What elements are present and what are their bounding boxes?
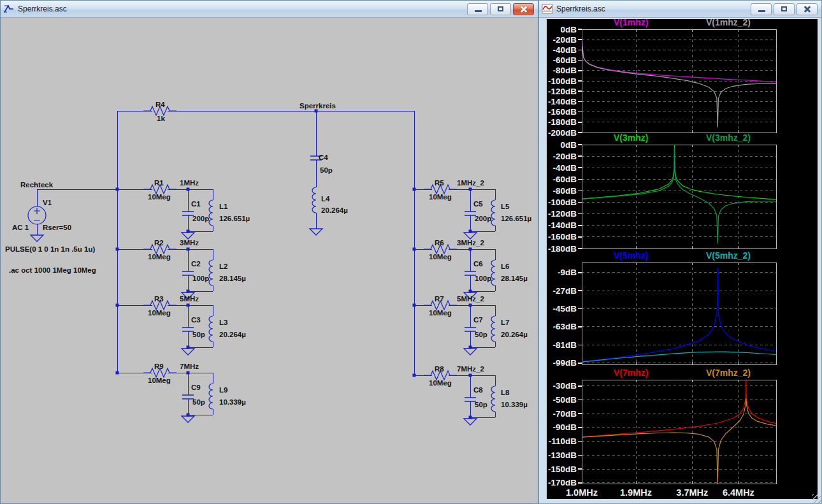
sch-text-200p[interactable]: 200p [192, 215, 209, 222]
ytick-label[interactable]: -50dB [552, 395, 577, 405]
sch-text-126.651_[interactable]: 126.651µ [219, 215, 250, 222]
sch-text-C2[interactable]: C2 [191, 260, 201, 268]
inductor-L3[interactable] [209, 316, 213, 342]
waveform-titlebar[interactable]: Sperrkreis.asc [539, 1, 821, 18]
ytick-label[interactable]: 0dB [560, 140, 577, 150]
sch-text-1MHz[interactable]: 1MHz [180, 179, 199, 187]
ground-symbol[interactable] [182, 233, 194, 239]
trace-V_5mhz_2_[interactable] [582, 352, 776, 362]
plot-pane-2[interactable]: 0dB-20dB-40dB-60dB-80dB-100dB-120dB-140d… [548, 133, 776, 254]
trace-V_1mhz_2_[interactable] [582, 29, 776, 127]
inductor-L6[interactable] [491, 260, 495, 285]
sch-text-50p[interactable]: 50p [192, 398, 205, 406]
sch-text-R3[interactable]: R3 [154, 295, 164, 303]
legend-V_3mhz_[interactable]: V(3mhz) [614, 133, 648, 143]
sch-text-C8[interactable]: C8 [473, 386, 483, 394]
sch-text-L1[interactable]: L1 [219, 203, 228, 210]
ground-symbol[interactable] [464, 419, 477, 425]
minimize-button[interactable] [467, 3, 488, 15]
sch-text-1k[interactable]: 1k [157, 115, 165, 122]
legend-V_3mhz_2_[interactable]: V(3mhz_2) [706, 133, 751, 143]
sch-text-.ac_oct_1000_1Meg_10Meg[interactable]: .ac oct 1000 1Meg 10Meg [9, 266, 96, 274]
plot-pane-4[interactable]: -30dB-50dB-70dB-90dB-110dB-130dB-150dB-1… [548, 368, 776, 487]
close-button[interactable] [797, 3, 818, 15]
sch-text-C3[interactable]: C3 [191, 316, 201, 324]
voltage-source-V1[interactable] [28, 206, 46, 224]
sch-text-10Meg[interactable]: 10Meg [148, 193, 171, 201]
sch-text-R9[interactable]: R9 [154, 363, 164, 370]
sch-text-5MHz[interactable]: 5MHz [180, 295, 199, 303]
inductor-L9[interactable] [209, 384, 213, 409]
ytick-label[interactable]: -100dB [548, 198, 577, 207]
ytick-label[interactable]: -40dB [552, 45, 577, 55]
trace-V_3mhz_2_[interactable] [582, 148, 776, 243]
trace-V_1mhz_[interactable] [582, 29, 776, 82]
ytick-label[interactable]: -180dB [548, 244, 577, 254]
inductor-L7[interactable] [491, 316, 495, 342]
sch-text-C4[interactable]: C4 [319, 154, 328, 161]
sch-text-20.264_[interactable]: 20.264µ [501, 331, 528, 338]
sch-text-L4[interactable]: L4 [321, 195, 330, 203]
ytick-label[interactable]: -81dB [552, 340, 577, 350]
sch-text-20.264_[interactable]: 20.264µ [321, 206, 348, 214]
inductor-L5[interactable] [491, 200, 495, 226]
sch-text-L8[interactable]: L8 [501, 389, 510, 396]
sch-text-AC_1[interactable]: AC 1 [12, 224, 29, 231]
sch-text-50p[interactable]: 50p [192, 331, 205, 338]
legend-V_1mhz_[interactable]: V(1mhz) [614, 19, 648, 27]
ytick-label[interactable]: -120dB [548, 209, 577, 219]
ytick-label[interactable]: -120dB [548, 87, 577, 96]
sch-text-PULSE_0_1_0_1n_1n_.5u_1u_[interactable]: PULSE(0 1 0 1n 1n .5u 1u) [5, 245, 95, 253]
ytick-label[interactable]: -80dB [552, 186, 577, 196]
ytick-label[interactable]: -40dB [552, 163, 577, 173]
trace-V_3mhz_[interactable] [582, 145, 776, 199]
sch-text-7MHz[interactable]: 7MHz [180, 363, 199, 370]
ytick-label[interactable]: -99dB [552, 358, 577, 368]
ytick-label[interactable]: -170dB [548, 478, 577, 487]
sch-text-10Meg[interactable]: 10Meg [429, 309, 452, 317]
sch-text-5MHz_2[interactable]: 5MHz_2 [457, 295, 484, 303]
xtick-label[interactable]: 1.0MHz [566, 487, 598, 498]
sch-text-R5[interactable]: R5 [435, 179, 444, 187]
resize-grip[interactable] [812, 494, 821, 503]
sch-text-Rser_50[interactable]: Rser=50 [43, 224, 71, 231]
ytick-label[interactable]: -70dB [552, 409, 577, 419]
sch-text-C6[interactable]: C6 [473, 260, 483, 268]
ytick-label[interactable]: -130dB [548, 450, 577, 460]
ytick-label[interactable]: 0dB [560, 25, 577, 34]
sch-text-10Meg[interactable]: 10Meg [429, 193, 452, 201]
ytick-label[interactable]: -200dB [548, 128, 577, 138]
close-button[interactable] [513, 3, 534, 15]
ytick-label[interactable]: -27dB [552, 286, 577, 296]
sch-text-20.264_[interactable]: 20.264µ [219, 331, 246, 338]
sch-text-R1[interactable]: R1 [154, 179, 164, 187]
ytick-label[interactable]: -9dB [558, 268, 577, 277]
waveform-plot-area[interactable]: 0dB-20dB-40dB-60dB-80dB-100dB-120dB-140d… [547, 19, 818, 499]
sch-text-10Meg[interactable]: 10Meg [429, 379, 452, 387]
ground-symbol[interactable] [310, 229, 322, 235]
ytick-label[interactable]: -160dB [548, 232, 577, 241]
xtick-label[interactable]: 3.7MHz [676, 487, 708, 498]
ground-symbol[interactable] [464, 349, 477, 355]
ytick-label[interactable]: -20dB [552, 152, 577, 161]
sch-text-Sperrkreis[interactable]: Sperrkreis [299, 102, 336, 110]
inductor-L8[interactable] [491, 386, 495, 412]
sch-text-28.145_[interactable]: 28.145µ [219, 275, 246, 282]
restore-button[interactable] [774, 3, 795, 15]
ytick-label[interactable]: -45dB [552, 304, 577, 313]
sch-text-3MHz[interactable]: 3MHz [180, 239, 199, 247]
sch-text-7MHz_2[interactable]: 7MHz_2 [457, 365, 484, 373]
ytick-label[interactable]: -140dB [548, 220, 577, 230]
ytick-label[interactable]: -90dB [552, 422, 577, 432]
legend-V_1mhz_2_[interactable]: V(1mhz_2) [706, 19, 751, 27]
sch-text-100p[interactable]: 100p [192, 275, 209, 282]
ytick-label[interactable]: -60dB [552, 55, 577, 65]
ground-symbol[interactable] [182, 416, 194, 422]
sch-text-L3[interactable]: L3 [219, 319, 227, 326]
sch-text-126.651_[interactable]: 126.651µ [501, 215, 531, 222]
sch-text-50p[interactable]: 50p [475, 331, 487, 338]
inductor-L2[interactable] [209, 260, 213, 285]
waveform-icon[interactable] [542, 4, 553, 14]
sch-text-C5[interactable]: C5 [473, 200, 483, 208]
trace-V_5mhz_[interactable] [582, 268, 776, 362]
